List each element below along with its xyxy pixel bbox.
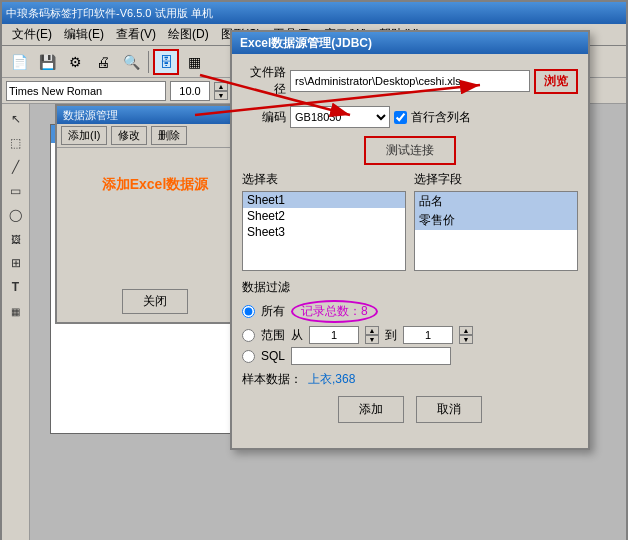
table-section-label: 选择表 <box>242 171 406 188</box>
browse-button[interactable]: 浏览 <box>534 69 578 94</box>
edit-datasource-button[interactable]: 修改 <box>111 126 147 145</box>
range-to-spinner: ▲ ▼ <box>459 326 473 344</box>
jdbc-title-text: Excel数据源管理(JDBC) <box>240 35 372 52</box>
filter-all-radio[interactable] <box>242 305 255 318</box>
data-panel-content: 添加Excel数据源 <box>57 148 253 202</box>
field-item-price[interactable]: 零售价 <box>415 211 577 230</box>
table-item-sheet1[interactable]: Sheet1 <box>243 192 405 208</box>
data-source-panel: 数据源管理 添加(I) 修改 删除 添加Excel数据源 关闭 <box>55 104 255 324</box>
first-row-text: 首行含列名 <box>411 109 471 126</box>
font-size-input[interactable] <box>170 81 210 101</box>
first-row-checkbox[interactable] <box>394 111 407 124</box>
range-to-input[interactable] <box>403 326 453 344</box>
filter-section: 数据过滤 所有 记录总数：8 范围 从 ▲ ▼ 到 <box>242 279 578 365</box>
data-panel-toolbar: 添加(I) 修改 删除 <box>57 124 253 148</box>
preview-button[interactable]: 🔍 <box>118 49 144 75</box>
filter-range-row: 范围 从 ▲ ▼ 到 ▲ ▼ <box>242 326 578 344</box>
table-tool[interactable]: ⊞ <box>5 252 27 274</box>
rect-tool[interactable]: ▭ <box>5 180 27 202</box>
barcode-button[interactable]: ▦ <box>181 49 207 75</box>
menu-edit[interactable]: 编辑(E) <box>58 24 110 45</box>
print-button[interactable]: 🖨 <box>90 49 116 75</box>
file-path-input[interactable] <box>290 70 530 92</box>
total-badge: 记录总数：8 <box>291 300 378 323</box>
image-tool[interactable]: 🖼 <box>5 228 27 250</box>
title-bar: 中琅条码标签打印软件-V6.5.0 试用版 单机 <box>2 2 626 24</box>
encoding-label: 编码 <box>242 109 286 126</box>
total-value: 8 <box>361 304 368 318</box>
filter-title: 数据过滤 <box>242 279 578 296</box>
table-item-sheet2[interactable]: Sheet2 <box>243 208 405 224</box>
font-size-up[interactable]: ▲ <box>214 82 228 91</box>
field-item-name[interactable]: 品名 <box>415 192 577 211</box>
table-listbox[interactable]: Sheet1 Sheet2 Sheet3 <box>242 191 406 271</box>
dialog-buttons: 添加 取消 <box>242 396 578 423</box>
cursor-tool[interactable]: ↖ <box>5 108 27 130</box>
delete-datasource-button[interactable]: 删除 <box>151 126 187 145</box>
barcode-tool[interactable]: ▦ <box>5 300 27 322</box>
font-size-down[interactable]: ▼ <box>214 91 228 100</box>
data-panel-title: 数据源管理 <box>57 106 253 124</box>
file-path-row: 文件路径 浏览 <box>242 64 578 98</box>
add-button[interactable]: 添加 <box>338 396 404 423</box>
file-label: 文件路径 <box>242 64 286 98</box>
first-row-label: 首行含列名 <box>394 109 471 126</box>
total-label: 记录总数： <box>301 304 361 318</box>
sample-label: 样本数据： <box>242 371 302 388</box>
menu-draw[interactable]: 绘图(D) <box>162 24 215 45</box>
range-from-down[interactable]: ▼ <box>365 335 379 344</box>
filter-all-row: 所有 记录总数：8 <box>242 300 578 323</box>
app-title: 中琅条码标签打印软件-V6.5.0 试用版 单机 <box>6 6 213 21</box>
field-column: 选择字段 品名 零售价 <box>414 171 578 271</box>
range-from-input[interactable] <box>309 326 359 344</box>
range-from-label: 从 <box>291 327 303 344</box>
field-listbox[interactable]: 品名 零售价 <box>414 191 578 271</box>
ellipse-tool[interactable]: ◯ <box>5 204 27 226</box>
range-to-label: 到 <box>385 327 397 344</box>
save-button[interactable]: 💾 <box>34 49 60 75</box>
add-datasource-button[interactable]: 添加(I) <box>61 126 107 145</box>
data-panel-close-button[interactable]: 关闭 <box>122 289 188 314</box>
test-connection-row: 测试连接 <box>242 136 578 165</box>
table-column: 选择表 Sheet1 Sheet2 Sheet3 <box>242 171 406 271</box>
data-panel-title-text: 数据源管理 <box>63 108 118 123</box>
settings-button[interactable]: ⚙ <box>62 49 88 75</box>
data-panel-close-row: 关闭 <box>57 289 253 314</box>
jdbc-dialog: Excel数据源管理(JDBC) 文件路径 浏览 编码 GB18030 首行含列… <box>230 30 590 450</box>
line-tool[interactable]: ╱ <box>5 156 27 178</box>
range-from-spinner: ▲ ▼ <box>365 326 379 344</box>
left-toolbar: ↖ ⬚ ╱ ▭ ◯ 🖼 ⊞ T ▦ <box>2 104 30 540</box>
database-button[interactable]: 🗄 <box>153 49 179 75</box>
range-to-up[interactable]: ▲ <box>459 326 473 335</box>
jdbc-dialog-body: 文件路径 浏览 编码 GB18030 首行含列名 测试连接 选择表 Sheet1 <box>232 54 588 433</box>
encoding-select[interactable]: GB18030 <box>290 106 390 128</box>
filter-all-label: 所有 <box>261 303 285 320</box>
font-name-input[interactable] <box>6 81 166 101</box>
menu-file[interactable]: 文件(E) <box>6 24 58 45</box>
sample-value: 上衣,368 <box>308 371 355 388</box>
filter-range-label: 范围 <box>261 327 285 344</box>
filter-sql-row: SQL <box>242 347 578 365</box>
tables-fields-section: 选择表 Sheet1 Sheet2 Sheet3 选择字段 品名 零售价 <box>242 171 578 271</box>
filter-sql-radio[interactable] <box>242 350 255 363</box>
test-connection-button[interactable]: 测试连接 <box>364 136 456 165</box>
range-to-down[interactable]: ▼ <box>459 335 473 344</box>
jdbc-dialog-title: Excel数据源管理(JDBC) <box>232 32 588 54</box>
menu-view[interactable]: 查看(V) <box>110 24 162 45</box>
add-excel-hint: 添加Excel数据源 <box>65 176 245 194</box>
sql-input[interactable] <box>291 347 451 365</box>
table-item-sheet3[interactable]: Sheet3 <box>243 224 405 240</box>
filter-sql-label: SQL <box>261 349 285 363</box>
range-from-up[interactable]: ▲ <box>365 326 379 335</box>
sample-data-row: 样本数据： 上衣,368 <box>242 371 578 388</box>
encoding-row: 编码 GB18030 首行含列名 <box>242 106 578 128</box>
filter-range-radio[interactable] <box>242 329 255 342</box>
text-tool[interactable]: T <box>5 276 27 298</box>
font-size-spinner: ▲ ▼ <box>214 82 228 100</box>
field-section-label: 选择字段 <box>414 171 578 188</box>
toolbar-sep-1 <box>148 51 149 73</box>
select-tool[interactable]: ⬚ <box>5 132 27 154</box>
cancel-button[interactable]: 取消 <box>416 396 482 423</box>
new-button[interactable]: 📄 <box>6 49 32 75</box>
